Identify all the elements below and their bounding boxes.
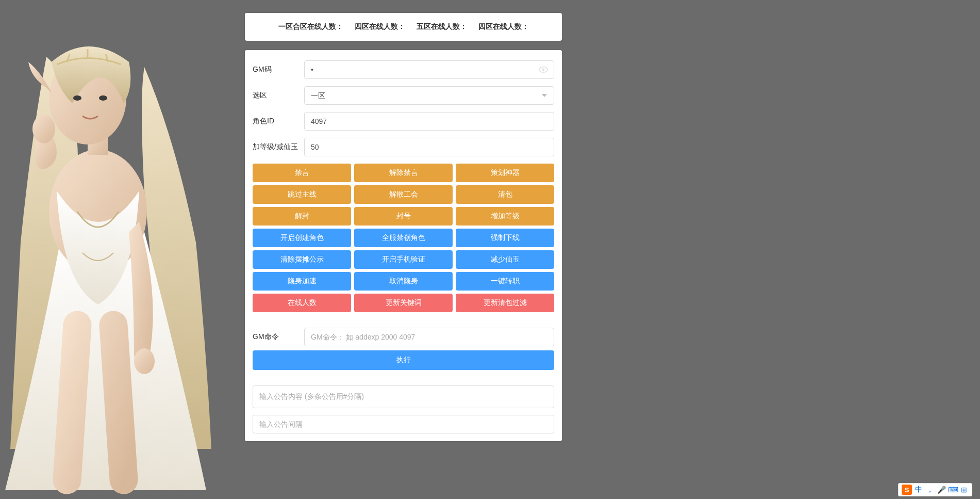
stealth-speed-button[interactable]: 隐身加速 <box>253 272 351 291</box>
ime-punct-toggle[interactable]: ， <box>925 485 935 494</box>
online-count-button[interactable]: 在线人数 <box>253 294 351 312</box>
planner-artifact-button[interactable]: 策划神器 <box>456 164 554 182</box>
cancel-stealth-button[interactable]: 取消隐身 <box>354 272 453 291</box>
skip-mainline-button[interactable]: 跳过主线 <box>253 185 351 204</box>
ime-keyboard-icon[interactable]: ⌨ <box>948 486 957 494</box>
ime-mic-icon[interactable]: 🎤 <box>937 486 946 494</box>
add-level-button[interactable]: 增加等级 <box>456 207 554 226</box>
zone-select-label: 选区 <box>253 91 304 100</box>
ban-button[interactable]: 封号 <box>354 207 453 226</box>
character-illustration <box>0 36 217 499</box>
svg-point-5 <box>32 115 55 143</box>
gm-control-card: GM码 选区 一区 角色ID 加等级/减仙玉 禁言 解除禁言 策 <box>245 50 562 441</box>
role-id-label: 角色ID <box>253 117 304 126</box>
mute-button[interactable]: 禁言 <box>253 164 351 182</box>
update-keywords-button[interactable]: 更新关键词 <box>354 294 453 312</box>
svg-point-8 <box>542 69 545 71</box>
zone-select[interactable]: 一区 <box>304 86 554 105</box>
gm-code-input[interactable] <box>304 60 554 79</box>
zone4b-count-label: 四区在线人数： <box>478 22 529 31</box>
announce-content-input[interactable] <box>253 385 554 408</box>
online-count-card: 一区合区在线人数： 四区在线人数： 五区在线人数： 四区在线人数： <box>245 13 562 41</box>
ime-lang-toggle[interactable]: 中 <box>914 485 923 494</box>
enable-create-role-button[interactable]: 开启创建角色 <box>253 229 351 247</box>
disband-guild-button[interactable]: 解散工会 <box>354 185 453 204</box>
clear-bag-button[interactable]: 清包 <box>456 185 554 204</box>
update-clearbag-filter-button[interactable]: 更新清包过滤 <box>456 294 554 312</box>
svg-point-4 <box>99 95 107 101</box>
ime-logo-icon[interactable]: S <box>902 485 912 495</box>
svg-point-0 <box>49 150 147 273</box>
unban-button[interactable]: 解封 <box>253 207 351 226</box>
ime-toolbar: S 中 ， 🎤 ⌨ ⊞ <box>898 483 972 496</box>
gm-cmd-input[interactable] <box>304 328 554 346</box>
svg-rect-1 <box>88 124 108 155</box>
zone1-count-label: 一区合区在线人数： <box>278 22 343 31</box>
gm-code-label: GM码 <box>253 65 304 74</box>
announce-interval-input[interactable] <box>253 415 554 433</box>
execute-button[interactable]: 执行 <box>253 350 554 370</box>
svg-point-2 <box>49 52 126 144</box>
svg-point-6 <box>134 348 155 374</box>
disable-create-role-button[interactable]: 全服禁创角色 <box>354 229 453 247</box>
force-offline-button[interactable]: 强制下线 <box>456 229 554 247</box>
gm-cmd-label: GM命令 <box>253 332 304 342</box>
zone5-count-label: 五区在线人数： <box>417 22 467 31</box>
clear-stall-notice-button[interactable]: 清除摆摊公示 <box>253 250 351 269</box>
main-panel: 一区合区在线人数： 四区在线人数： 五区在线人数： 四区在线人数： GM码 选区… <box>245 13 562 441</box>
ime-grid-icon[interactable]: ⊞ <box>959 486 969 494</box>
svg-point-3 <box>73 95 81 101</box>
reduce-jade-button[interactable]: 减少仙玉 <box>456 250 554 269</box>
unmute-button[interactable]: 解除禁言 <box>354 164 453 182</box>
oneclick-job-change-button[interactable]: 一键转职 <box>456 272 554 291</box>
level-label: 加等级/减仙玉 <box>253 142 304 152</box>
action-button-grid: 禁言 解除禁言 策划神器 跳过主线 解散工会 清包 解封 封号 增加等级 开启创… <box>253 164 554 312</box>
eye-icon[interactable] <box>539 67 548 73</box>
level-input[interactable] <box>304 138 554 156</box>
enable-phone-verify-button[interactable]: 开启手机验证 <box>354 250 453 269</box>
role-id-input[interactable] <box>304 112 554 131</box>
zone4a-count-label: 四区在线人数： <box>355 22 405 31</box>
